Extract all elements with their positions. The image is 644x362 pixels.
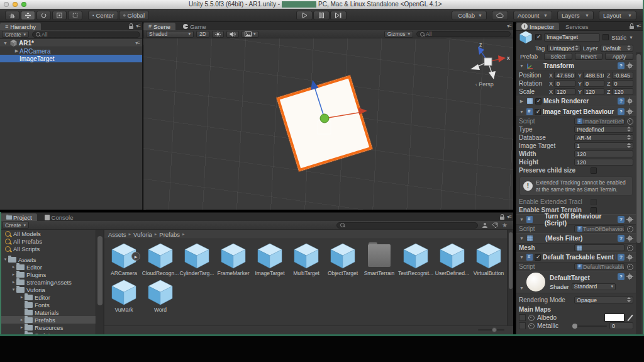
rendering-mode-dropdown[interactable]: Opaque: [574, 297, 633, 303]
foldout-icon[interactable]: ▼: [519, 286, 525, 290]
scene-search-input[interactable]: All: [416, 31, 511, 37]
component-enabled-checkbox[interactable]: [535, 254, 541, 261]
help-icon[interactable]: [618, 98, 625, 105]
help-icon[interactable]: [618, 108, 625, 115]
breadcrumb-item[interactable]: Vuforia: [133, 231, 152, 238]
shader-dropdown[interactable]: Standard▾: [572, 283, 616, 290]
folder-row[interactable]: Fonts: [0, 301, 96, 308]
scale-tool-button[interactable]: [52, 11, 67, 20]
draw-mode-dropdown[interactable]: Shaded▾: [146, 31, 194, 38]
gear-icon[interactable]: [626, 235, 633, 242]
cloud-services-button[interactable]: [492, 11, 508, 20]
asset-grid-scrollbar[interactable]: [507, 230, 513, 326]
gear-icon[interactable]: [626, 254, 633, 261]
object-picker-icon[interactable]: [627, 226, 633, 232]
asset-item[interactable]: ▶ CloudRecogn...: [142, 242, 179, 278]
icon-size-slider[interactable]: [478, 329, 504, 331]
tab-hierarchy[interactable]: ≡Hierarchy: [0, 23, 41, 30]
folder-row[interactable]: ▸Plugins: [0, 271, 96, 278]
gear-icon[interactable]: [626, 273, 633, 280]
hierarchy-scene-row[interactable]: ▼ AR1* ▾≡: [0, 39, 142, 47]
eyedropper-icon[interactable]: [627, 314, 633, 321]
mac-minimize-button[interactable]: [13, 2, 18, 7]
position-z-field[interactable]: -0.845: [612, 72, 634, 79]
foldout-icon[interactable]: ▼: [3, 41, 8, 45]
perspective-label[interactable]: ‹ Persp: [475, 81, 494, 88]
image-target-dropdown[interactable]: 1: [574, 142, 633, 149]
folder-row[interactable]: ▸Editor: [0, 293, 96, 301]
move-tool-button[interactable]: [21, 11, 35, 20]
prefab-expand-arrow-icon[interactable]: ▶: [131, 252, 140, 261]
help-icon[interactable]: [618, 235, 625, 242]
asset-item[interactable]: ▶ SmartTerrain: [361, 242, 397, 278]
asset-item[interactable]: ▶ MultiTarget: [288, 242, 325, 278]
object-picker-icon[interactable]: [627, 245, 633, 251]
scene-orientation-gizmo[interactable]: z x: [464, 42, 513, 86]
breadcrumb-item[interactable]: Assets: [108, 231, 126, 238]
pivot-center-button[interactable]: Center: [88, 11, 118, 20]
scene-viewport[interactable]: z x ‹ Persp: [143, 38, 513, 210]
foldout-icon[interactable]: ▶: [519, 99, 525, 104]
default-trackable-header[interactable]: ▼ Default Trackable Event Handl: [516, 252, 636, 263]
project-search-input[interactable]: [336, 222, 478, 229]
tab-inspector[interactable]: Inspector: [516, 23, 559, 30]
width-field[interactable]: 120: [574, 150, 633, 157]
asset-item[interactable]: ▶ Word: [142, 278, 179, 315]
script-field[interactable]: DefaultTrackable: [574, 263, 625, 270]
mesh-field[interactable]: [574, 244, 625, 251]
tab-scene[interactable]: #Scene: [143, 23, 175, 30]
asset-item[interactable]: ▶ VirtualButton: [470, 242, 507, 278]
gear-icon[interactable]: [626, 98, 633, 105]
tab-project[interactable]: Project: [0, 213, 37, 221]
layout-dropdown[interactable]: Layout▼: [599, 11, 636, 20]
hierarchy-item-arcamera[interactable]: ▶ARCamera: [0, 47, 142, 55]
account-dropdown[interactable]: Account▼: [513, 11, 552, 20]
hierarchy-search-input[interactable]: All: [32, 31, 140, 38]
step-button[interactable]: [330, 11, 347, 20]
texture-slot[interactable]: [519, 322, 526, 329]
material-preview-sphere[interactable]: [526, 273, 545, 291]
project-create-button[interactable]: Create▾: [2, 222, 29, 229]
slider-knob[interactable]: [572, 324, 577, 329]
folder-row[interactable]: ▸Prefabs: [0, 316, 96, 324]
hierarchy-create-button[interactable]: Create▾: [2, 31, 29, 38]
type-dropdown[interactable]: Predefined: [574, 126, 633, 133]
panel-menu-icon[interactable]: ▾≡: [636, 23, 641, 29]
scene-row-menu-icon[interactable]: ▾≡: [135, 40, 140, 46]
help-icon[interactable]: [618, 254, 625, 261]
foldout-icon[interactable]: ▼: [519, 64, 525, 68]
asset-item[interactable]: ▶ ObjectTarget: [325, 242, 361, 278]
help-icon[interactable]: [618, 273, 625, 280]
layers-dropdown[interactable]: Layers▼: [557, 11, 594, 20]
foldout-icon[interactable]: ▶: [14, 48, 19, 54]
lock-icon[interactable]: [630, 23, 634, 29]
position-y-field[interactable]: 488.510: [583, 72, 604, 79]
hand-tool-button[interactable]: [5, 11, 19, 20]
tab-game[interactable]: Game: [178, 23, 211, 30]
tag-dropdown[interactable]: Untagged: [547, 45, 580, 52]
breadcrumb-item[interactable]: Prefabs: [159, 231, 180, 238]
favorite-item[interactable]: All Scripts: [0, 245, 96, 252]
mac-zoom-button[interactable]: [21, 2, 26, 7]
foldout-icon[interactable]: ▼: [519, 110, 525, 114]
inspector-scrollbar[interactable]: [636, 52, 641, 334]
script-field[interactable]: ImageTargetBeh: [574, 118, 625, 125]
asset-item[interactable]: ▶ VuMark: [106, 278, 142, 315]
asset-item[interactable]: ▶ ImageTarget: [252, 242, 288, 278]
rotation-z-field[interactable]: 0: [612, 80, 634, 87]
rotation-x-field[interactable]: 0: [554, 80, 575, 87]
rotation-y-field[interactable]: 0: [583, 80, 604, 87]
image-target-behaviour-header[interactable]: ▼ Image Target Behaviour (Script: [516, 106, 636, 117]
foldout-icon[interactable]: ▼: [519, 217, 525, 222]
prefab-apply-button[interactable]: Apply: [605, 53, 633, 60]
panel-menu-icon[interactable]: ▾≡: [507, 214, 511, 220]
asset-item[interactable]: ▶ TextRecognit...: [397, 242, 434, 278]
2d-toggle-button[interactable]: 2D: [196, 31, 209, 38]
favorite-item[interactable]: All Models: [0, 230, 96, 237]
effects-dropdown[interactable]: ▾: [242, 31, 259, 38]
help-icon[interactable]: [618, 216, 625, 223]
prefab-select-button[interactable]: Select: [544, 53, 572, 60]
gameobject-name-field[interactable]: ImageTarget: [544, 33, 600, 42]
panel-menu-icon[interactable]: ▾≡: [507, 23, 511, 29]
component-enabled-checkbox[interactable]: [535, 98, 541, 105]
